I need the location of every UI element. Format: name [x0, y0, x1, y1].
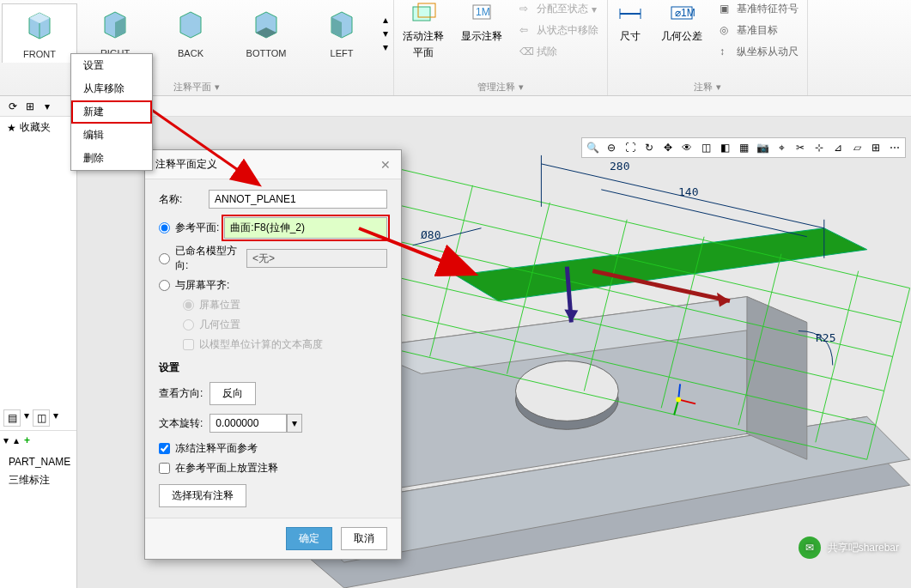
- annotation-arrow-1: [137, 98, 275, 201]
- place-on-check[interactable]: [159, 463, 170, 474]
- refresh-icon[interactable]: ⟳: [5, 99, 21, 114]
- cancel-button[interactable]: 取消: [341, 527, 387, 550]
- cm-settings[interactable]: 设置: [71, 54, 152, 77]
- tree-icon[interactable]: ⊞: [22, 99, 38, 114]
- watermark: ✉ 共享吧sharebar: [799, 536, 899, 559]
- ordinate[interactable]: ↕纵坐标从动尺: [718, 43, 800, 61]
- settings-section: 设置: [159, 361, 387, 375]
- text-rot-input[interactable]: [210, 414, 287, 433]
- ok-button[interactable]: 确定: [286, 527, 332, 550]
- zoom-fit-icon[interactable]: ⛶: [622, 140, 639, 155]
- section-icon[interactable]: ✂: [792, 140, 809, 155]
- from-state[interactable]: ⇦从状态中移除: [518, 21, 600, 39]
- view-label: BOTTOM: [246, 48, 287, 58]
- screen-radio[interactable]: [159, 280, 170, 291]
- shade-icon[interactable]: ◧: [716, 140, 733, 155]
- svg-point-29: [515, 361, 618, 421]
- star-icon: ★: [7, 122, 16, 134]
- svg-line-48: [601, 190, 807, 237]
- scroll-up-icon[interactable]: ▴: [383, 14, 388, 26]
- tab-1[interactable]: ▤: [3, 409, 21, 427]
- scroll-down-icon[interactable]: ▾: [383, 27, 388, 39]
- group-label-planes[interactable]: 注释平面 ▾: [173, 81, 219, 94]
- view-label: LEFT: [331, 48, 354, 58]
- rotate-icon[interactable]: ↻: [641, 140, 658, 155]
- svg-marker-30: [456, 228, 867, 301]
- cm-remove-lib[interactable]: 从库移除: [71, 77, 152, 100]
- wechat-icon: ✉: [799, 536, 821, 559]
- zoom-in-icon[interactable]: 🔍: [584, 140, 601, 155]
- tab-2[interactable]: ◫: [33, 409, 50, 427]
- named-dir-label: 已命名模型方向:: [175, 244, 241, 273]
- svg-text:⌀1M: ⌀1M: [675, 7, 695, 19]
- wireframe-icon[interactable]: ▦: [735, 140, 752, 155]
- freeze-check[interactable]: [159, 443, 170, 454]
- part-node[interactable]: PART_NAME: [3, 453, 73, 470]
- collapse-icon[interactable]: ▴: [14, 434, 19, 446]
- dimension[interactable]: 尺寸: [608, 0, 653, 80]
- view-back[interactable]: BACK: [153, 3, 228, 63]
- expand-icon[interactable]: ▾: [3, 434, 9, 446]
- text-height-check: [183, 339, 194, 350]
- view-buttons: FRONT RIGHT BACK BOTTOM LEFT ▴ ▾ ▾: [0, 0, 393, 63]
- dim-node[interactable]: 三维标注: [3, 470, 73, 490]
- perspective-icon[interactable]: ◫: [697, 140, 714, 155]
- chevron-down-icon[interactable]: ▾: [24, 409, 29, 427]
- erase-icon: ⌫: [519, 45, 533, 59]
- svg-text:1M: 1M: [476, 6, 490, 18]
- assign-state[interactable]: ⇨分配至状态▾: [518, 0, 600, 18]
- select-existing-button[interactable]: 选择现有注释: [159, 484, 246, 507]
- chevron-down-icon[interactable]: ▾: [53, 409, 58, 427]
- erase[interactable]: ⌫拭除: [518, 43, 600, 61]
- ordinate-icon: ↕: [720, 45, 733, 59]
- active-annot-plane[interactable]: 活动注释 平面: [394, 0, 452, 80]
- dim-r25[interactable]: R25: [816, 331, 835, 344]
- datum-target[interactable]: ◎基准目标: [718, 21, 800, 39]
- cube-back-icon: [173, 7, 208, 41]
- plane-icon[interactable]: ▱: [848, 140, 865, 155]
- snap-icon[interactable]: ⌖: [773, 140, 790, 155]
- more-icon[interactable]: ⋯: [886, 140, 903, 155]
- datum-icon: ▣: [720, 3, 733, 16]
- view-label: BACK: [178, 48, 203, 58]
- group-label-annot[interactable]: 注释 ▾: [694, 81, 720, 94]
- close-icon[interactable]: ✕: [380, 158, 391, 172]
- view-bottom[interactable]: BOTTOM: [228, 3, 304, 63]
- svg-rect-10: [413, 7, 430, 21]
- cm-new[interactable]: 新建: [71, 100, 152, 124]
- datum-feature[interactable]: ▣基准特征符号: [718, 0, 800, 18]
- flip-button[interactable]: 反向: [210, 382, 256, 405]
- view-dir-label: 查看方向:: [159, 386, 203, 401]
- zoom-out-icon[interactable]: ⊖: [603, 140, 620, 155]
- cm-delete[interactable]: 删除: [71, 147, 152, 170]
- plane-icon: [410, 0, 437, 27]
- grid-icon[interactable]: ⊞: [867, 140, 884, 155]
- spinner-btn[interactable]: ▾: [287, 414, 302, 433]
- show-annot[interactable]: 1M 显示注释: [452, 0, 511, 80]
- group-label-manage[interactable]: 管理注释 ▾: [477, 81, 523, 94]
- expand-icon[interactable]: ▾: [383, 41, 388, 53]
- svg-line-44: [867, 288, 910, 460]
- cm-edit[interactable]: 编辑: [71, 124, 152, 147]
- dim-140[interactable]: 140: [678, 185, 698, 198]
- cube-front-icon: [22, 8, 57, 42]
- axis-icon[interactable]: ⊹: [811, 140, 828, 155]
- view-left[interactable]: LEFT: [304, 3, 380, 63]
- add-icon[interactable]: +: [24, 434, 30, 446]
- favorites-node[interactable]: ★收藏夹: [0, 117, 76, 138]
- geo-pos-radio: [183, 319, 194, 330]
- view-icon[interactable]: 👁: [678, 140, 695, 155]
- view-front[interactable]: FRONT: [2, 3, 77, 63]
- ref-plane-radio[interactable]: [159, 222, 170, 233]
- pan-icon[interactable]: ✥: [659, 140, 677, 155]
- camera-icon[interactable]: 📷: [754, 140, 771, 155]
- annotation-arrow-2: [352, 221, 489, 290]
- svg-marker-27: [747, 297, 807, 460]
- csys-icon[interactable]: ⊿: [829, 140, 847, 155]
- remove-icon: ⇦: [519, 24, 533, 38]
- view-label: FRONT: [23, 49, 56, 59]
- dim-280[interactable]: 280: [610, 160, 629, 173]
- named-dir-radio[interactable]: [159, 253, 170, 264]
- geo-tol[interactable]: ⌀1M 几何公差: [653, 0, 711, 80]
- chevron-down-icon[interactable]: ▾: [39, 99, 55, 114]
